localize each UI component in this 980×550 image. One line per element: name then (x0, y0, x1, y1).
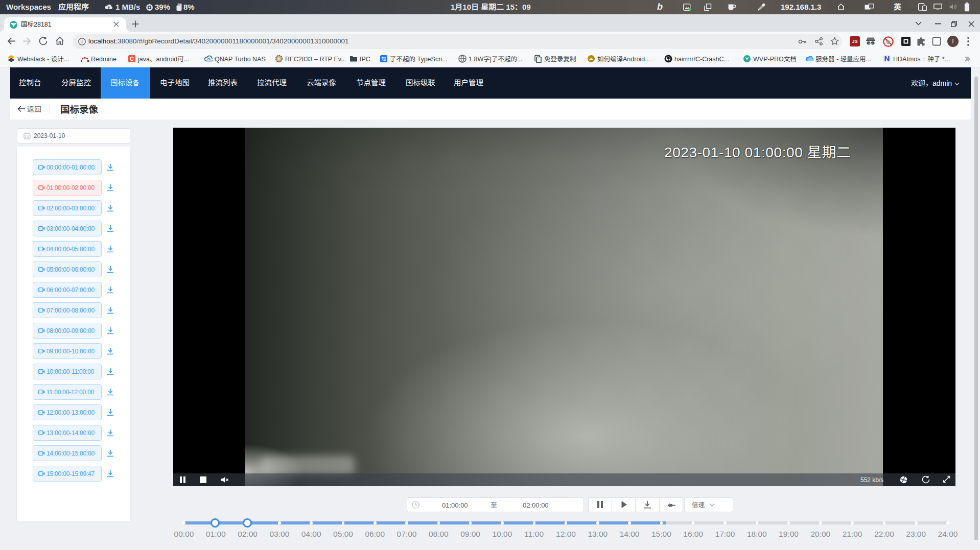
svg-text:C: C (130, 56, 134, 62)
svg-text:知: 知 (381, 56, 386, 62)
